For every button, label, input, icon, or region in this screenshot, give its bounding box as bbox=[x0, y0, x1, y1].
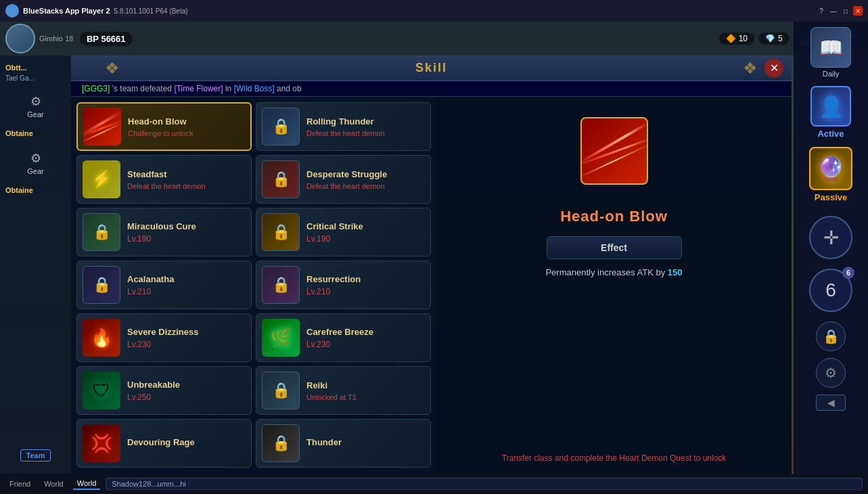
daily-button[interactable]: 📖 Daily bbox=[810, 27, 851, 78]
left-sidebar: Obtt... Tael Ga... ⚙ Gear Obtaine ⚙ Gear… bbox=[0, 55, 71, 474]
chat-banner: [GGG3] 's team defeated [Time Flower] in… bbox=[71, 81, 792, 97]
sidebar-item-gear2[interactable]: ⚙ Gear bbox=[3, 147, 68, 179]
joystick-control[interactable]: ✛ bbox=[809, 216, 852, 259]
currency-1[interactable]: 🔶 10 bbox=[719, 32, 754, 45]
lock-button[interactable]: 🔒 bbox=[816, 321, 846, 351]
skill-icon-steadfast: ⚡ bbox=[83, 160, 120, 198]
skill-modal: ❖ Skill ❖ ✕ [GGG3] 's team defeated [Tim… bbox=[71, 55, 792, 474]
passive-button[interactable]: 🔮 Passive bbox=[809, 147, 852, 202]
chat-text3: and ob bbox=[277, 84, 302, 93]
skill-icon-miraculous-cure bbox=[83, 213, 120, 251]
skill-item-rolling-thunder[interactable]: Rolling Thunder Defeat the heart demon bbox=[256, 102, 431, 151]
skill-info-desperate-struggle: Desperate Struggle Defeat the heart demo… bbox=[306, 169, 425, 190]
skill-icon-reiki bbox=[262, 372, 300, 409]
effect-desc-prefix: Permanently increases ATK by bbox=[545, 267, 667, 277]
skill-name-thunder: Thunder bbox=[306, 437, 425, 447]
sidebar-item-team[interactable]: Team bbox=[18, 445, 54, 466]
close-button[interactable]: ✕ bbox=[853, 6, 863, 16]
skill-level-acalanatha: Lv.210 bbox=[127, 287, 246, 296]
skill-level-resurrection: Lv.210 bbox=[306, 287, 425, 296]
skill-info-steadfast: Steadfast Defeat the heart demon bbox=[127, 169, 246, 190]
player-avatar[interactable] bbox=[5, 24, 35, 53]
skill-item-resurrection[interactable]: Resurrection Lv.210 bbox=[256, 261, 431, 309]
sidebar-item-gear[interactable]: ⚙ Gear bbox=[3, 90, 68, 122]
skill-item-steadfast[interactable]: ⚡ Steadfast Defeat the heart demon bbox=[76, 155, 252, 204]
skill-name-acalanatha: Acalanatha bbox=[127, 274, 246, 284]
skill-item-carefree-breeze[interactable]: 🌿 Carefree Breeze Lv.230 bbox=[256, 313, 431, 362]
chat-input-area: Shadow128...umm...hi bbox=[106, 478, 863, 490]
unlock-hint-text: Transfer class and complete the Heart De… bbox=[502, 453, 727, 463]
skill-item-head-on-blow[interactable]: Head-on Blow Challenge to unlock bbox=[76, 102, 252, 151]
skill-unlock-steadfast: Defeat the heart demon bbox=[127, 182, 246, 190]
skill-info-reiki: Reiki Unlocked at T1 bbox=[306, 380, 425, 401]
detail-icon-container: 🦅 bbox=[567, 108, 662, 202]
skill-item-reiki[interactable]: Reiki Unlocked at T1 bbox=[256, 366, 431, 415]
dpad-art: ✛ bbox=[823, 227, 839, 249]
badge-button[interactable]: 6 6 bbox=[809, 269, 852, 312]
minimize-button[interactable]: — bbox=[829, 6, 838, 16]
arrow-icon: ◀ bbox=[816, 395, 846, 411]
skill-item-thunder[interactable]: Thunder bbox=[256, 419, 431, 468]
passive-icon: 🔮 bbox=[809, 147, 852, 190]
bp-label: BP bbox=[87, 34, 101, 44]
arrow-button[interactable]: ◀ bbox=[816, 395, 846, 411]
effect-description: Permanently increases ATK by 150 bbox=[545, 267, 682, 277]
restore-button[interactable]: □ bbox=[841, 6, 850, 16]
skill-item-desperate-struggle[interactable]: Desperate Struggle Defeat the heart demo… bbox=[256, 155, 431, 204]
gear2-icon: ⚙ bbox=[30, 151, 41, 166]
skill-item-severe-dizziness[interactable]: 🔥 Severe Dizziness Lv.230 bbox=[76, 313, 252, 362]
chat-tab-friend[interactable]: Friend bbox=[5, 478, 35, 489]
daily-icon: 📖 bbox=[810, 27, 851, 68]
skill-detail-panel: 🦅 Head-on Blow Effect Permanently increa… bbox=[436, 97, 792, 474]
quest-log-section: Obtt... Tael Ga... bbox=[3, 58, 68, 89]
settings-button[interactable]: ⚙ bbox=[816, 358, 846, 388]
skill-name-resurrection: Resurrection bbox=[306, 274, 425, 284]
quest-obtain-section: Obtaine bbox=[3, 124, 68, 145]
active-label: Active bbox=[817, 129, 844, 139]
chat-tab-world-active[interactable]: World bbox=[73, 478, 101, 490]
active-button[interactable]: 👤 Active bbox=[810, 86, 851, 139]
effect-value: 150 bbox=[668, 267, 683, 277]
skill-icon-thunder bbox=[262, 424, 300, 462]
help-button[interactable]: ? bbox=[817, 6, 826, 16]
skill-item-devouring-rage[interactable]: 💢 Devouring Rage bbox=[76, 419, 252, 468]
skill-name-miraculous-cure: Miraculous Cure bbox=[127, 221, 246, 231]
chat-tab-world[interactable]: World bbox=[40, 478, 68, 489]
skill-item-miraculous-cure[interactable]: Miraculous Cure Lv.190 bbox=[76, 208, 252, 256]
skill-name-rolling-thunder: Rolling Thunder bbox=[306, 116, 425, 127]
skill-info-unbreakable: Unbreakable Lv.250 bbox=[127, 380, 246, 402]
skill-name-reiki: Reiki bbox=[306, 380, 425, 390]
app-version: 5.8.101.1001 P64 (Beta) bbox=[114, 7, 188, 15]
badge: 6 bbox=[842, 267, 854, 279]
skill-name-head-on-blow: Head-on Blow bbox=[128, 116, 245, 127]
skill-info-thunder: Thunder bbox=[306, 437, 425, 450]
chat-text2: in bbox=[225, 84, 234, 93]
chat-display-text: Shadow128...umm...hi bbox=[112, 480, 185, 488]
steadfast-icon-art: ⚡ bbox=[91, 170, 112, 189]
modal-title: Skill bbox=[415, 61, 447, 75]
skill-name-carefree-breeze: Carefree Breeze bbox=[306, 327, 425, 337]
skill-item-critical-strike[interactable]: Critical Strike Lv.190 bbox=[256, 208, 431, 256]
skill-item-unbreakable[interactable]: 🛡 Unbreakable Lv.250 bbox=[76, 366, 252, 415]
team-label: Team bbox=[20, 449, 51, 462]
severe-dizziness-art: 🔥 bbox=[91, 328, 112, 349]
skill-level-unbreakable: Lv.250 bbox=[127, 392, 246, 402]
skill-item-acalanatha[interactable]: Acalanatha Lv.210 bbox=[76, 261, 252, 309]
skill-info-devouring-rage: Devouring Rage bbox=[127, 437, 246, 450]
skill-icon-carefree-breeze: 🌿 bbox=[262, 319, 300, 357]
obtain3-label: Obtaine bbox=[5, 186, 66, 194]
obtain2-label: Obtaine bbox=[5, 129, 66, 137]
skill-unlock-head-on-blow: Challenge to unlock bbox=[128, 129, 245, 137]
skill-info-miraculous-cure: Miraculous Cure Lv.190 bbox=[127, 221, 246, 244]
modal-close-button[interactable]: ✕ bbox=[764, 59, 783, 78]
skill-icon-rolling-thunder bbox=[262, 108, 300, 145]
bp-value: 56661 bbox=[101, 34, 125, 44]
skill-name-severe-dizziness: Severe Dizziness bbox=[127, 327, 246, 337]
right-sidebar: 📖 Daily 👤 Active 🔮 Passive ✛ 6 6 🔒 ⚙ ◀ bbox=[794, 22, 868, 474]
skill-level-critical-strike: Lv.190 bbox=[306, 234, 425, 244]
passive-art: 🔮 bbox=[817, 155, 845, 182]
tael-item: Tael Ga... bbox=[5, 74, 66, 82]
currency-2[interactable]: 💎 5 bbox=[758, 32, 790, 45]
effect-label: Effect bbox=[561, 242, 668, 253]
unlock-hint-container: Transfer class and complete the Heart De… bbox=[502, 440, 727, 463]
